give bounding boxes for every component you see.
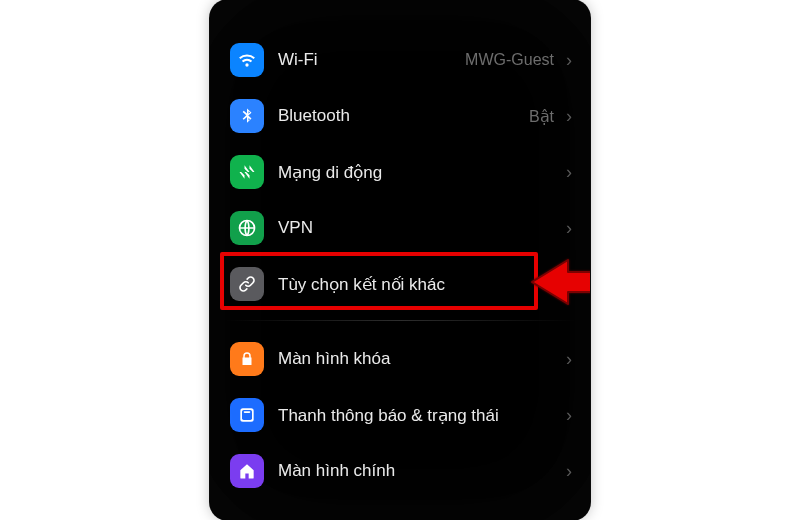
settings-row-label: Bluetooth <box>278 106 529 126</box>
settings-row-cellular[interactable]: Mạng di động › <box>222 144 578 200</box>
chevron-right-icon: › <box>556 461 572 482</box>
settings-row-homescreen[interactable]: Màn hình chính › <box>222 443 578 499</box>
chevron-right-icon: › <box>556 405 572 426</box>
chevron-right-icon: › <box>556 218 572 239</box>
wifi-icon <box>230 43 264 77</box>
settings-row-vpn[interactable]: VPN › <box>222 200 578 256</box>
settings-screen: Wi-Fi MWG-Guest › Bluetooth Bật › Mạng d… <box>210 0 590 520</box>
chevron-right-icon: › <box>556 162 572 183</box>
lock-icon <box>230 342 264 376</box>
cellular-icon <box>230 155 264 189</box>
settings-row-label: Wi-Fi <box>278 50 465 70</box>
chevron-right-icon: › <box>556 274 572 295</box>
settings-list: Wi-Fi MWG-Guest › Bluetooth Bật › Mạng d… <box>222 32 578 499</box>
settings-row-label: Tùy chọn kết nối khác <box>278 274 556 295</box>
settings-row-label: Màn hình khóa <box>278 349 556 369</box>
settings-row-more-connections[interactable]: Tùy chọn kết nối khác › <box>222 256 578 312</box>
chevron-right-icon: › <box>556 106 572 127</box>
settings-row-label: Thanh thông báo & trạng thái <box>278 405 556 426</box>
settings-row-wifi[interactable]: Wi-Fi MWG-Guest › <box>222 32 578 88</box>
home-icon <box>230 454 264 488</box>
notification-icon <box>230 398 264 432</box>
settings-row-value: MWG-Guest <box>465 51 554 69</box>
svg-rect-3 <box>244 411 251 413</box>
settings-row-label: VPN <box>278 218 556 238</box>
vpn-icon <box>230 211 264 245</box>
bluetooth-icon <box>230 99 264 133</box>
chevron-right-icon: › <box>556 50 572 71</box>
chevron-right-icon: › <box>556 349 572 370</box>
section-divider <box>224 320 576 321</box>
settings-row-value: Bật <box>529 107 554 126</box>
settings-row-label: Màn hình chính <box>278 461 556 481</box>
settings-row-label: Mạng di động <box>278 162 556 183</box>
settings-row-statusbar[interactable]: Thanh thông báo & trạng thái › <box>222 387 578 443</box>
link-icon <box>230 267 264 301</box>
settings-row-bluetooth[interactable]: Bluetooth Bật › <box>222 88 578 144</box>
settings-row-lockscreen[interactable]: Màn hình khóa › <box>222 331 578 387</box>
